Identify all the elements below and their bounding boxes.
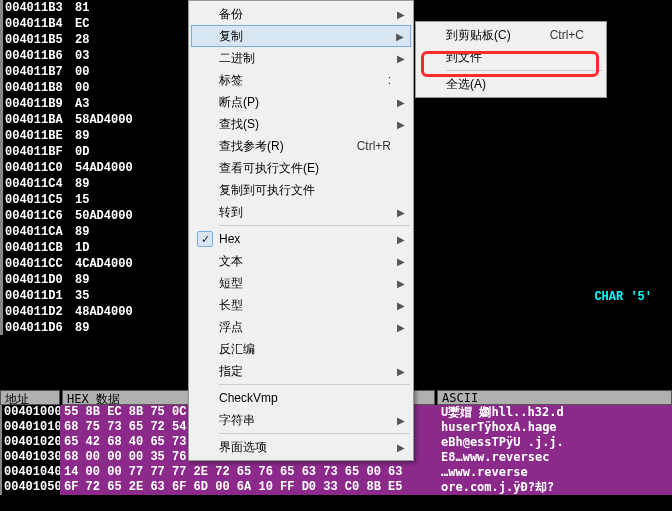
menu-item[interactable]: 二进制▶	[191, 47, 411, 69]
menu-item[interactable]: 指定▶	[191, 360, 411, 382]
menu-label: 备份	[219, 6, 391, 23]
bytes-col: 81	[75, 0, 195, 16]
addr-col: 004011D1	[5, 288, 75, 304]
dump-addr: 00401010	[0, 420, 60, 435]
chevron-right-icon: ▶	[397, 366, 405, 377]
bytes-col: 89	[75, 272, 195, 288]
dump-addr: 00401020	[0, 435, 60, 450]
chevron-right-icon: ▶	[397, 119, 405, 130]
chevron-right-icon: ▶	[397, 322, 405, 333]
addr-col: 004011C6	[5, 208, 75, 224]
addr-col: 004011BF	[5, 144, 75, 160]
menu-label: 查看可执行文件(E)	[219, 160, 391, 177]
menu-label: 文本	[219, 253, 391, 270]
menu-label: 复制到可执行文件	[219, 182, 391, 199]
menu-item[interactable]: 转到▶	[191, 201, 411, 223]
chevron-right-icon: ▶	[396, 31, 404, 42]
bytes-col: 89	[75, 128, 195, 144]
menu-item[interactable]: 短型▶	[191, 272, 411, 294]
menu-item[interactable]: 到文件	[418, 46, 604, 68]
context-menu-copy[interactable]: 到剪贴板(C)Ctrl+C到文件全选(A)	[415, 21, 607, 98]
addr-col: 004011B8	[5, 80, 75, 96]
menu-item[interactable]: 文本▶	[191, 250, 411, 272]
addr-col: 004011B4	[5, 16, 75, 32]
menu-item[interactable]: 字符串▶	[191, 409, 411, 431]
menu-label: Hex	[219, 232, 391, 246]
addr-col: 004011B7	[5, 64, 75, 80]
dump-row[interactable]: 004010506F 72 65 2E 63 6F 6D 00 6A 10 FF…	[0, 480, 672, 495]
menu-shortcut: Ctrl+R	[357, 139, 391, 153]
dump-addr: 00401050	[0, 480, 60, 495]
chevron-right-icon: ▶	[397, 442, 405, 453]
menu-item[interactable]: 到剪贴板(C)Ctrl+C	[418, 24, 604, 46]
chevron-right-icon: ▶	[397, 97, 405, 108]
dump-addr: 00401040	[0, 465, 60, 480]
menu-item[interactable]: 复制▶	[191, 25, 411, 47]
col-address[interactable]: 地址	[0, 390, 60, 405]
menu-label: 到剪贴板(C)	[446, 27, 520, 44]
menu-item[interactable]: 复制到可执行文件	[191, 179, 411, 201]
dump-addr: 00401030	[0, 450, 60, 465]
addr-col: 004011BA	[5, 112, 75, 128]
dump-ascii: ore.com.j.ÿÐ?却?	[437, 480, 672, 495]
bytes-col: 28	[75, 32, 195, 48]
bytes-col: 35	[75, 288, 195, 304]
menu-label: 界面选项	[219, 439, 391, 456]
addr-col: 004011CB	[5, 240, 75, 256]
addr-col: 004011B6	[5, 48, 75, 64]
addr-col: 004011C0	[5, 160, 75, 176]
menu-label: 指定	[219, 363, 391, 380]
menu-item[interactable]: 断点(P)▶	[191, 91, 411, 113]
menu-item[interactable]: CheckVmp	[191, 387, 411, 409]
bytes-col: 89	[75, 224, 195, 240]
addr-col: 004011B5	[5, 32, 75, 48]
dump-ascii: U嬱媢 嬼hll..h32.d	[437, 405, 672, 420]
menu-label: CheckVmp	[219, 391, 391, 405]
menu-item[interactable]: 反汇编	[191, 338, 411, 360]
menu-item[interactable]: 查看可执行文件(E)	[191, 157, 411, 179]
bytes-col: 03	[75, 48, 195, 64]
col-ascii[interactable]: ASCII	[437, 390, 672, 405]
addr-col: 004011C5	[5, 192, 75, 208]
context-menu-main[interactable]: 备份▶复制▶二进制▶标签:断点(P)▶查找(S)▶查找参考(R)Ctrl+R查看…	[188, 0, 414, 461]
dump-ascii: …www.reverse	[437, 465, 672, 480]
dump-addr: 00401000	[0, 405, 60, 420]
menu-item[interactable]: 长型▶	[191, 294, 411, 316]
chevron-right-icon: ▶	[397, 9, 405, 20]
chevron-right-icon: ▶	[397, 415, 405, 426]
disasm-comment: CHAR '5'	[594, 290, 652, 304]
menu-item[interactable]: 标签:	[191, 69, 411, 91]
bytes-col: 54AD4000	[75, 160, 195, 176]
bytes-col: 00	[75, 64, 195, 80]
bytes-col: 00	[75, 80, 195, 96]
chevron-right-icon: ▶	[397, 300, 405, 311]
bytes-col: 48AD4000	[75, 304, 195, 320]
bytes-col: A3	[75, 96, 195, 112]
menu-item[interactable]: 备份▶	[191, 3, 411, 25]
dump-row[interactable]: 0040104014 00 00 77 77 77 2E 72 65 76 65…	[0, 465, 672, 480]
menu-label: 查找(S)	[219, 116, 391, 133]
menu-item[interactable]: 查找参考(R)Ctrl+R	[191, 135, 411, 157]
menu-label: 到文件	[446, 49, 584, 66]
menu-item[interactable]: 界面选项▶	[191, 436, 411, 458]
bytes-col: 4CAD4000	[75, 256, 195, 272]
menu-label: 二进制	[219, 50, 391, 67]
menu-label: 字符串	[219, 412, 391, 429]
addr-col: 004011C4	[5, 176, 75, 192]
chevron-right-icon: ▶	[397, 256, 405, 267]
bytes-col: 15	[75, 192, 195, 208]
chevron-right-icon: ▶	[397, 53, 405, 64]
menu-separator	[446, 70, 603, 71]
addr-col: 004011D6	[5, 320, 75, 336]
menu-item[interactable]: ✓Hex▶	[191, 228, 411, 250]
menu-item[interactable]: 查找(S)▶	[191, 113, 411, 135]
menu-separator	[219, 225, 410, 226]
menu-label: 查找参考(R)	[219, 138, 327, 155]
menu-label: 标签	[219, 72, 358, 89]
menu-label: 转到	[219, 204, 391, 221]
menu-item[interactable]: 全选(A)	[418, 73, 604, 95]
addr-col: 004011D2	[5, 304, 75, 320]
menu-label: 断点(P)	[219, 94, 391, 111]
menu-label: 长型	[219, 297, 391, 314]
menu-item[interactable]: 浮点▶	[191, 316, 411, 338]
